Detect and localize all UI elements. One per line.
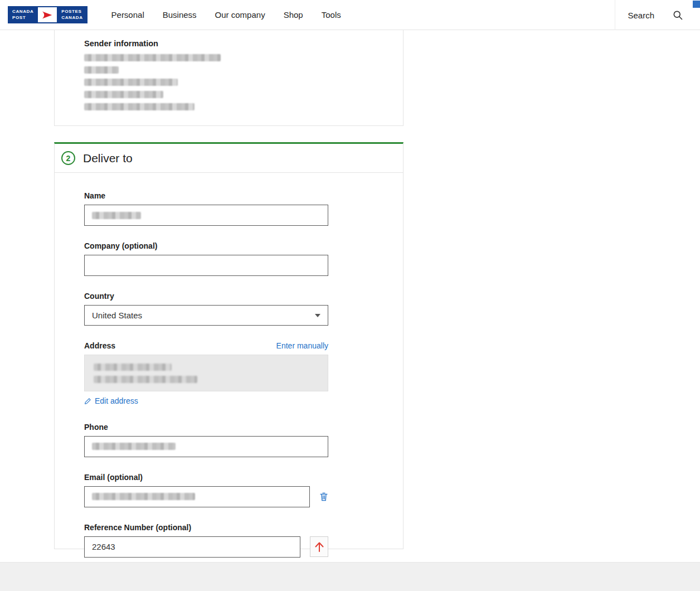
reference-label: Reference Number (optional)	[84, 523, 328, 532]
header: CANADA POST POSTES CANADA Personal Busin…	[0, 0, 700, 30]
chevron-down-icon	[315, 314, 320, 317]
redacted-name-value	[92, 212, 141, 219]
redacted-sender-line	[84, 79, 178, 86]
phone-field: Phone	[84, 423, 328, 457]
search-label: Search	[628, 11, 654, 20]
nav-item-shop[interactable]: Shop	[284, 10, 303, 20]
search-icon	[672, 9, 683, 21]
email-label: Email (optional)	[84, 473, 328, 482]
name-field: Name	[84, 191, 328, 226]
scroll-to-top-button[interactable]	[310, 536, 328, 557]
main-nav: Personal Business Our company Shop Tools	[111, 10, 341, 20]
deliver-to-title: Deliver to	[83, 152, 133, 165]
deliver-to-form: Name Company (optional) Country United S…	[55, 173, 403, 558]
nav-item-our-company[interactable]: Our company	[215, 10, 265, 20]
email-field: Email (optional)	[84, 473, 328, 507]
redacted-sender-line	[84, 66, 119, 74]
redacted-phone-value	[92, 443, 176, 450]
redacted-sender-line	[84, 103, 195, 110]
address-label: Address	[84, 341, 115, 350]
name-label: Name	[84, 191, 328, 200]
reference-input[interactable]	[84, 536, 300, 558]
canada-post-logo[interactable]: CANADA POST POSTES CANADA	[8, 6, 88, 23]
company-label: Company (optional)	[84, 241, 328, 250]
logo-line: POSTES	[61, 9, 82, 14]
country-field: Country United States	[84, 292, 328, 326]
company-field: Company (optional)	[84, 241, 328, 276]
logo-line: CANADA	[61, 15, 82, 21]
logo-text-english: CANADA POST	[8, 6, 38, 23]
logo-line: CANADA	[12, 9, 33, 14]
phone-input[interactable]	[84, 436, 328, 457]
delete-email-button[interactable]	[319, 492, 328, 502]
edit-address-label: Edit address	[95, 396, 138, 405]
company-input[interactable]	[84, 255, 328, 276]
redacted-sender-line	[84, 54, 221, 61]
corner-widget	[693, 1, 700, 8]
country-select[interactable]: United States	[84, 305, 328, 326]
search-button[interactable]: Search	[615, 0, 700, 30]
logo-line: POST	[12, 15, 33, 21]
nav-item-personal[interactable]: Personal	[111, 10, 144, 20]
step-2-badge: 2	[61, 151, 75, 165]
nav-item-business[interactable]: Business	[163, 10, 197, 20]
country-label: Country	[84, 292, 328, 301]
redacted-address-line	[94, 364, 172, 371]
arrow-up-icon	[313, 540, 326, 554]
redacted-address-line	[94, 376, 197, 383]
deliver-to-header: 2 Deliver to	[55, 144, 403, 173]
reference-field: Reference Number (optional)	[84, 523, 328, 558]
name-input[interactable]	[84, 205, 328, 226]
phone-label: Phone	[84, 423, 328, 432]
pencil-icon	[84, 398, 91, 405]
logo-text-french: POSTES CANADA	[57, 6, 87, 23]
canada-post-emblem-icon	[38, 6, 57, 23]
sender-info-card: Sender information	[54, 30, 404, 126]
edit-address-link[interactable]: Edit address	[84, 396, 138, 405]
trash-icon	[319, 492, 328, 502]
enter-manually-link[interactable]: Enter manually	[276, 341, 328, 350]
email-input[interactable]	[84, 486, 310, 507]
address-display	[84, 355, 328, 391]
sender-info-title: Sender information	[84, 39, 403, 48]
redacted-email-value	[92, 493, 195, 500]
nav-item-tools[interactable]: Tools	[322, 10, 341, 20]
address-field: Address Enter manually Edit address	[84, 341, 328, 407]
footer-band	[0, 562, 700, 591]
country-selected-value: United States	[92, 311, 142, 320]
redacted-sender-line	[84, 91, 163, 98]
deliver-to-card: 2 Deliver to Name Company (optional) Cou…	[54, 142, 404, 549]
